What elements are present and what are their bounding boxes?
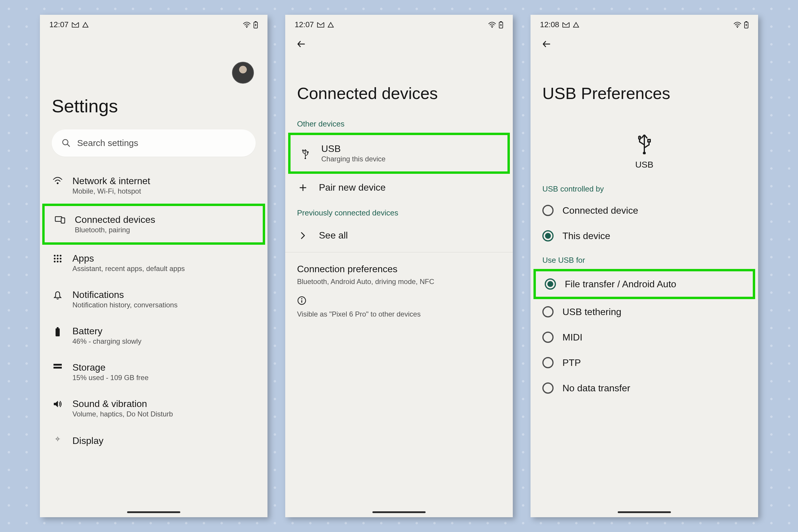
svg-point-38 [643, 152, 646, 154]
settings-item-sound[interactable]: Sound & vibration Volume, haptics, Do No… [40, 390, 267, 426]
chevron-right-icon [297, 231, 309, 240]
highlight-usb: USB Charging this device [288, 133, 510, 174]
row-connection-preferences[interactable]: Connection preferences Bluetooth, Androi… [285, 258, 513, 290]
settings-item-battery[interactable]: Battery 46% - charging slowly [40, 318, 267, 354]
svg-rect-19 [54, 364, 62, 366]
status-bar: 12:07 [40, 15, 267, 32]
radio-label: USB tethering [563, 306, 621, 318]
apps-icon [52, 253, 63, 263]
settings-item-notifications[interactable]: Notifications Notification history, conv… [40, 281, 267, 318]
svg-rect-37 [745, 21, 747, 22]
item-title: Battery [72, 326, 141, 337]
svg-point-8 [54, 255, 56, 256]
row-usb[interactable]: USB Charging this device [290, 135, 508, 171]
row-title: Pair new device [319, 182, 386, 193]
radio-icon [545, 279, 556, 290]
radio-label: Connected device [563, 205, 638, 216]
item-title: Sound & vibration [72, 398, 173, 409]
drive-icon [573, 22, 579, 28]
svg-point-9 [57, 255, 58, 256]
svg-point-33 [301, 298, 302, 299]
section-other-devices: Other devices [285, 119, 513, 133]
wifi-icon [488, 22, 496, 28]
radio-icon [542, 230, 554, 242]
radio-no-data-transfer[interactable]: No data transfer [531, 375, 758, 401]
radio-label: PTP [563, 357, 581, 368]
usb-label: USB [635, 159, 653, 170]
info-icon [285, 290, 513, 308]
radio-file-transfer[interactable]: File transfer / Android Auto [536, 271, 753, 297]
page-title: Connected devices [285, 51, 513, 119]
phone-usb-preferences: 12:08 USB Preferences USB [531, 15, 758, 517]
phone-connected-devices: 12:07 Connected devices Other devices [285, 15, 513, 517]
back-button[interactable] [294, 37, 308, 51]
radio-connected-device[interactable]: Connected device [531, 198, 758, 223]
row-pair-new-device[interactable]: Pair new device [285, 174, 513, 201]
svg-point-16 [60, 261, 61, 263]
svg-point-14 [54, 261, 56, 263]
row-title: Connection preferences [297, 264, 501, 274]
usb-icon [299, 148, 311, 159]
item-title: Network & internet [72, 175, 150, 187]
wifi-icon [733, 22, 742, 28]
gmail-icon [562, 22, 570, 28]
search-placeholder: Search settings [77, 138, 138, 148]
settings-item-connected-devices[interactable]: Connected devices Bluetooth, pairing [45, 206, 263, 242]
wifi-icon [243, 22, 251, 28]
section-controlled-by: USB controlled by [531, 185, 758, 198]
back-button[interactable] [539, 37, 554, 51]
sound-icon [52, 398, 63, 408]
svg-point-10 [60, 255, 61, 256]
search-icon [62, 139, 71, 148]
storage-icon [52, 362, 63, 370]
svg-line-4 [68, 144, 70, 147]
svg-rect-28 [500, 21, 502, 22]
svg-rect-20 [54, 367, 62, 368]
item-sub: Volume, haptics, Do Not Disturb [72, 410, 173, 418]
item-sub: Assistant, recent apps, default apps [72, 265, 185, 273]
nav-handle[interactable] [373, 511, 425, 513]
radio-label: No data transfer [563, 383, 630, 394]
svg-point-5 [57, 182, 58, 184]
radio-ptp[interactable]: PTP [531, 350, 758, 375]
radio-label: MIDI [563, 332, 583, 343]
radio-icon [542, 357, 554, 368]
avatar[interactable] [232, 62, 254, 84]
radio-midi[interactable]: MIDI [531, 324, 758, 350]
nav-handle[interactable] [127, 511, 180, 513]
status-time: 12:07 [49, 20, 69, 29]
usb-icon [636, 132, 652, 154]
svg-point-13 [60, 258, 61, 260]
item-sub: Mobile, Wi-Fi, hotspot [72, 187, 150, 195]
phone-settings: 12:07 Settings [40, 15, 267, 517]
radio-icon [542, 306, 554, 318]
radio-this-device[interactable]: This device [531, 223, 758, 249]
radio-label: File transfer / Android Auto [565, 279, 676, 290]
status-bar: 12:08 [531, 15, 758, 32]
nav-handle[interactable] [618, 511, 671, 513]
settings-item-storage[interactable]: Storage 15% used - 109 GB free [40, 354, 267, 390]
svg-rect-6 [55, 217, 62, 221]
settings-item-network[interactable]: Network & internet Mobile, Wi-Fi, hotspo… [40, 167, 267, 204]
wifi-icon [52, 175, 63, 185]
svg-point-29 [305, 157, 306, 159]
svg-rect-17 [56, 328, 60, 336]
search-input[interactable]: Search settings [52, 130, 256, 157]
item-title: Notifications [72, 289, 178, 300]
radio-usb-tethering[interactable]: USB tethering [531, 299, 758, 324]
footnote: Visible as "Pixel 6 Pro" to other device… [285, 308, 513, 320]
row-sub: Bluetooth, Android Auto, driving mode, N… [297, 278, 501, 286]
divider [285, 252, 513, 252]
battery-icon [499, 21, 504, 28]
battery-icon [253, 21, 258, 28]
row-see-all[interactable]: See all [285, 222, 513, 249]
section-use-usb-for: Use USB for [531, 256, 758, 269]
item-title: Storage [72, 362, 148, 373]
settings-item-apps[interactable]: Apps Assistant, recent apps, default app… [40, 245, 267, 281]
settings-item-display[interactable]: Display [40, 426, 267, 448]
status-time: 12:07 [294, 20, 314, 29]
item-sub: 15% used - 109 GB free [72, 374, 148, 382]
gmail-icon [72, 22, 79, 28]
devices-icon [54, 214, 66, 224]
item-title: Connected devices [75, 214, 155, 225]
